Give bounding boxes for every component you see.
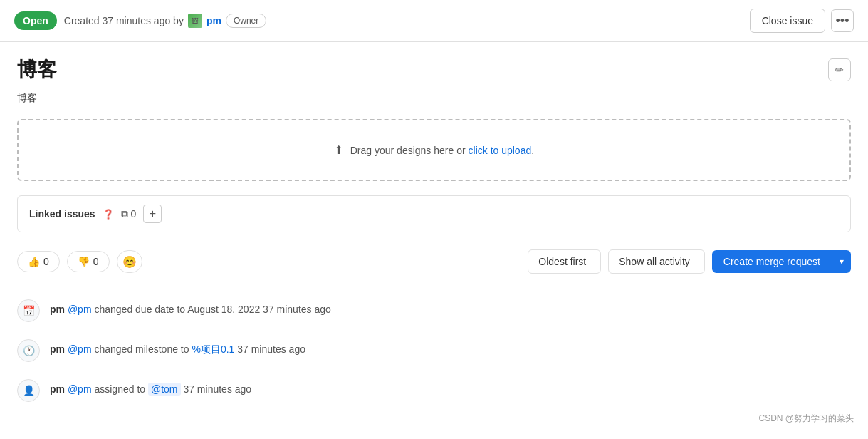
activity-text-2: pm @pm changed milestone to %项目0.1 37 mi…: [50, 339, 851, 356]
activity-item: 📅 pm @pm changed due date to August 18, …: [17, 291, 851, 331]
add-emoji-button[interactable]: 😊: [117, 250, 142, 273]
linked-count: ⧉ 0: [121, 208, 137, 220]
emoji-icon: 😊: [122, 255, 137, 269]
more-icon: •••: [836, 14, 849, 29]
linked-count-value: 0: [131, 208, 137, 220]
status-badge: Open: [14, 11, 57, 30]
close-issue-button[interactable]: Close issue: [750, 9, 825, 33]
thumbs-up-icon: 👍: [28, 256, 40, 267]
activity-body-2: changed milestone to: [94, 344, 192, 355]
activity-item-3: 👤 pm @pm assigned to @tom 37 minutes ago: [17, 371, 851, 410]
upload-area[interactable]: ⬆ Drag your designs here or click to upl…: [17, 119, 851, 181]
create-merge-button[interactable]: Create merge request: [712, 250, 832, 273]
issue-title-row: 博客 ✏: [17, 56, 851, 83]
create-merge-group: Create merge request ▾: [712, 250, 851, 273]
activity-user-1: pm: [50, 304, 65, 315]
edit-icon: ✏: [835, 64, 844, 76]
edit-title-button[interactable]: ✏: [828, 58, 851, 81]
assignee-highlight: @tom: [148, 383, 181, 396]
create-merge-dropdown-button[interactable]: ▾: [832, 250, 851, 273]
activity-body-3: assigned to: [94, 383, 148, 395]
thumbs-down-button[interactable]: 👎 0: [67, 251, 110, 272]
activity-mention-1: @pm: [68, 304, 92, 315]
activity-text-3: pm @pm assigned to @tom 37 minutes ago: [50, 379, 851, 395]
main-content: 博客 ✏ 博客 ⬆ Drag your designs here or clic…: [0, 42, 868, 425]
header-actions: Close issue •••: [750, 9, 854, 33]
activity-item-2: 🕐 pm @pm changed milestone to %项目0.1 37 …: [17, 331, 851, 371]
add-linked-button[interactable]: +: [143, 205, 162, 223]
linked-issues-label: Linked issues: [29, 208, 95, 220]
show-activity-dropdown[interactable]: Show all activity: [608, 249, 705, 274]
linked-issues-section: Linked issues ❓ ⧉ 0 +: [17, 195, 851, 232]
help-icon[interactable]: ❓: [103, 209, 114, 220]
thumbs-down-icon: 👎: [78, 256, 90, 267]
issue-description: 博客: [17, 92, 851, 105]
issue-title: 博客: [17, 56, 57, 83]
upload-text: Drag your designs here or: [350, 145, 469, 156]
upload-link[interactable]: click to upload: [469, 145, 532, 156]
activity-user-3: pm: [50, 383, 65, 395]
activity-mention-3: @pm: [68, 383, 92, 395]
thumbs-up-count: 0: [43, 256, 49, 267]
upload-suffix: .: [531, 145, 534, 156]
issue-icon: ⧉: [121, 208, 128, 220]
milestone-link[interactable]: %项目0.1: [192, 344, 234, 355]
avatar: 🖼: [188, 14, 202, 28]
header-bar: Open Created 37 minutes ago by 🖼 pm Owne…: [0, 0, 868, 42]
activity-bar: 👍 0 👎 0 😊 Oldest first Show all activity…: [17, 249, 851, 274]
clock-icon: 🕐: [17, 339, 40, 362]
thumbs-up-button[interactable]: 👍 0: [17, 251, 60, 272]
activity-text-1: pm @pm changed due date to August 18, 20…: [50, 299, 851, 315]
user-icon: 👤: [17, 379, 40, 402]
header-meta: Created 37 minutes ago by 🖼 pm Owner: [64, 14, 266, 28]
oldest-first-label: Oldest first: [538, 256, 586, 267]
more-options-button[interactable]: •••: [831, 9, 854, 32]
activity-user-2: pm: [50, 344, 65, 355]
created-text: Created 37 minutes ago by: [64, 15, 184, 26]
activity-suffix-3: 37 minutes ago: [183, 383, 251, 395]
owner-badge: Owner: [226, 14, 266, 28]
activity-suffix-2: 37 minutes ago: [237, 344, 305, 355]
thumbs-down-count: 0: [93, 256, 99, 267]
show-activity-label: Show all activity: [619, 256, 690, 267]
create-merge-dropdown-icon: ▾: [840, 257, 844, 267]
activity-list: 📅 pm @pm changed due date to August 18, …: [17, 291, 851, 410]
user-link[interactable]: pm: [206, 15, 221, 26]
activity-mention-2: @pm: [68, 344, 92, 355]
watermark: CSDN @努力学习的菜头: [758, 413, 854, 425]
upload-icon: ⬆: [334, 144, 343, 156]
calendar-icon: 📅: [17, 299, 40, 322]
oldest-first-dropdown[interactable]: Oldest first: [528, 249, 601, 274]
activity-body-1: changed due date to August 18, 2022 37 m…: [94, 304, 330, 315]
add-icon: +: [150, 207, 156, 220]
